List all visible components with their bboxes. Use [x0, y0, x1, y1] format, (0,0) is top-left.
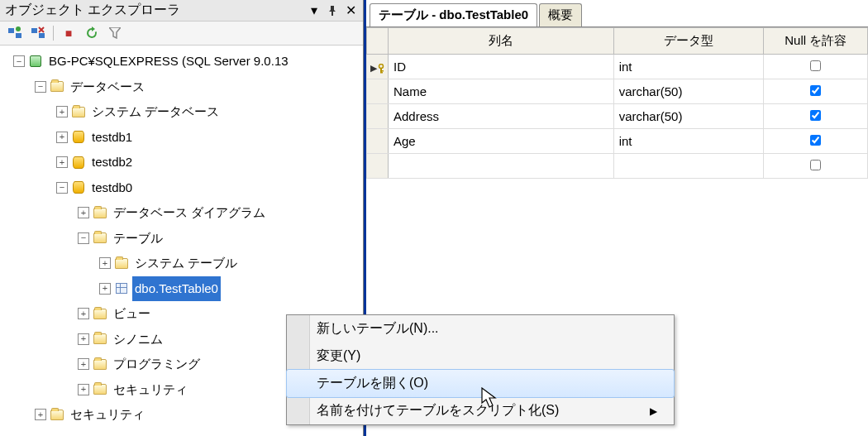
close-icon[interactable]: ✕ [343, 3, 358, 18]
grid-row[interactable]: Ageint [367, 129, 868, 154]
submenu-arrow-icon: ▶ [650, 405, 657, 417]
expander-icon[interactable]: − [78, 232, 89, 244]
svg-point-2 [16, 26, 21, 31]
cell-allow-null[interactable] [764, 79, 868, 104]
refresh-icon[interactable] [83, 25, 100, 41]
tree-label: セキュリティ [111, 377, 190, 403]
document-tabs: テーブル - dbo.TestTable0 概要 [366, 0, 868, 26]
tree-server-node[interactable]: − BG-PC¥SQLEXPRESS (SQL Server 9.0.13 [0, 49, 363, 74]
svg-point-5 [379, 64, 383, 68]
expander-icon[interactable]: − [13, 55, 25, 67]
object-explorer-toolbar: ■ [0, 22, 363, 46]
allow-null-checkbox[interactable] [810, 135, 821, 146]
connect-icon[interactable] [7, 25, 23, 41]
row-header[interactable]: ▶ [367, 55, 389, 79]
row-header[interactable] [367, 154, 389, 179]
tree-systables-node[interactable]: + システム テーブル [0, 251, 363, 276]
folder-icon [50, 80, 64, 93]
grid-row-empty[interactable] [367, 154, 868, 179]
disconnect-icon[interactable] [30, 25, 46, 41]
tree-databases-node[interactable]: − データベース [0, 74, 363, 100]
folder-icon [93, 383, 107, 396]
row-header-corner [367, 28, 389, 55]
expander-icon[interactable]: − [56, 182, 68, 194]
grid-row[interactable]: Namevarchar(50) [367, 79, 868, 104]
cell-allow-null[interactable] [764, 154, 868, 179]
grid-header-null[interactable]: Null を許容 [764, 28, 868, 55]
expander-icon[interactable]: + [78, 308, 89, 319]
menu-modify[interactable]: 変更(Y) [287, 343, 674, 370]
expander-icon[interactable]: + [78, 207, 89, 218]
row-header[interactable] [367, 79, 389, 104]
cell-column-name[interactable]: ID [389, 55, 614, 79]
expander-icon[interactable]: + [99, 283, 111, 295]
tree-diagrams-node[interactable]: + データベース ダイアグラム [0, 200, 363, 226]
grid-row[interactable]: ▶IDint [367, 55, 868, 79]
allow-null-checkbox[interactable] [810, 85, 821, 96]
pin-icon[interactable] [325, 3, 340, 18]
expander-icon[interactable]: + [99, 257, 111, 269]
expander-icon[interactable]: + [78, 333, 89, 345]
object-explorer-title: オブジェクト エクスプローラ [5, 2, 303, 19]
tree-tables-node[interactable]: − テーブル [0, 226, 363, 252]
expander-icon[interactable]: + [78, 358, 89, 370]
columns-grid[interactable]: 列名 データ型 Null を許容 ▶IDintNamevarchar(50)Ad… [366, 27, 868, 179]
cell-column-name[interactable]: Address [389, 104, 614, 129]
cell-allow-null[interactable] [764, 104, 868, 129]
row-header[interactable] [367, 104, 389, 129]
cell-allow-null[interactable] [764, 55, 868, 79]
row-header[interactable] [367, 129, 389, 154]
object-explorer-header: オブジェクト エクスプローラ ▾ ✕ [0, 0, 363, 22]
tree-db-node[interactable]: + testdb2 [0, 150, 363, 175]
grid-header-name[interactable]: 列名 [389, 28, 614, 55]
cell-allow-null[interactable] [764, 129, 868, 154]
tree-label: システム データベース [89, 99, 222, 125]
tree-sysdb-node[interactable]: + システム データベース [0, 99, 363, 125]
svg-rect-8 [380, 72, 383, 74]
tab-summary[interactable]: 概要 [539, 3, 582, 26]
cell-data-type[interactable]: varchar(50) [613, 104, 764, 129]
cell-column-name[interactable]: Age [389, 129, 614, 154]
folder-icon [93, 232, 107, 245]
grid-row[interactable]: Addressvarchar(50) [367, 104, 868, 129]
folder-icon [93, 206, 107, 219]
tree-label: シノニム [111, 327, 165, 352]
allow-null-checkbox[interactable] [810, 160, 821, 170]
menu-script-table-as[interactable]: 名前を付けてテーブルをスクリプト化(S) ▶ [287, 397, 674, 424]
expander-icon[interactable]: + [56, 106, 68, 117]
tree-db-node[interactable]: + testdb1 [0, 125, 363, 151]
expander-icon[interactable]: + [78, 384, 89, 395]
tree-db-node[interactable]: − testdb0 [0, 175, 363, 201]
tree-table-node-selected[interactable]: + dbo.TestTable0 [0, 276, 363, 302]
expander-icon[interactable]: + [35, 409, 46, 420]
cell-data-type[interactable]: int [613, 55, 764, 79]
database-icon [71, 131, 86, 144]
database-icon [71, 156, 86, 169]
allow-null-checkbox[interactable] [810, 110, 821, 121]
tree-label: テーブル [111, 226, 165, 252]
cell-column-name[interactable]: Name [389, 79, 614, 104]
allow-null-checkbox[interactable] [810, 60, 821, 71]
menu-new-table[interactable]: 新しいテーブル(N)... [287, 315, 674, 343]
expander-icon[interactable]: + [56, 132, 68, 143]
expander-icon[interactable]: + [56, 156, 68, 168]
cell-data-type[interactable] [613, 154, 764, 179]
cell-data-type[interactable]: varchar(50) [613, 79, 764, 104]
stop-icon[interactable]: ■ [60, 25, 77, 41]
expander-icon[interactable]: − [35, 81, 46, 93]
dropdown-icon[interactable]: ▾ [307, 3, 322, 18]
tree-label: データベース ダイアグラム [111, 200, 268, 226]
grid-header-type[interactable]: データ型 [613, 28, 764, 55]
cell-data-type[interactable]: int [613, 129, 764, 154]
server-icon [28, 55, 43, 68]
tree-label: セキュリティ [68, 402, 147, 428]
svg-rect-3 [31, 28, 37, 33]
folder-icon [71, 105, 86, 118]
menu-label: 変更(Y) [317, 347, 360, 365]
database-icon [71, 181, 86, 194]
tab-table-designer[interactable]: テーブル - dbo.TestTable0 [370, 3, 537, 26]
filter-icon[interactable] [107, 25, 123, 41]
svg-rect-1 [16, 33, 21, 38]
menu-open-table[interactable]: テーブルを開く(O) [286, 369, 675, 398]
cell-column-name[interactable] [389, 154, 614, 179]
